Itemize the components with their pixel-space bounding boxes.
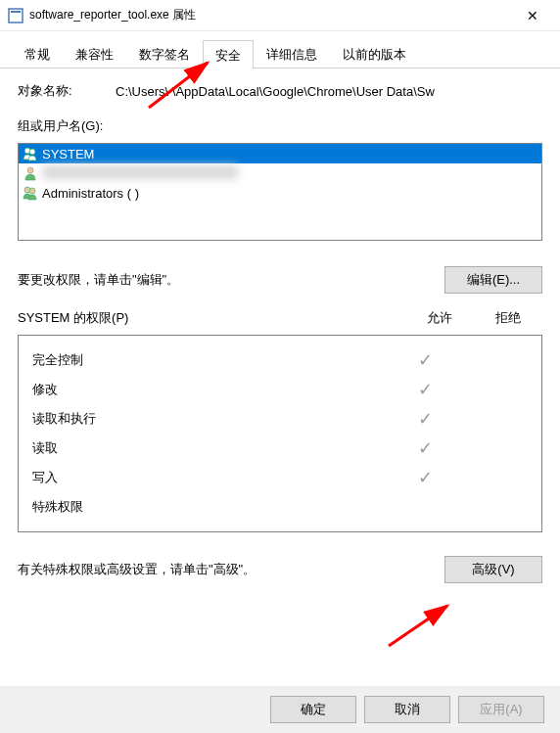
svg-line-8 — [389, 606, 447, 646]
titlebar: software_reporter_tool.exe 属性 ✕ — [0, 0, 560, 31]
list-item-label — [42, 165, 238, 182]
perm-deny-header: 拒绝 — [474, 309, 542, 327]
ok-button[interactable]: 确定 — [270, 696, 356, 723]
perm-name: 读取和执行 — [32, 410, 391, 428]
tab-signature[interactable]: 数字签名 — [126, 39, 203, 68]
perm-allow-header: 允许 — [405, 309, 474, 327]
check-allow: ✓ — [391, 349, 459, 371]
list-item[interactable]: SYSTEM — [19, 144, 541, 163]
list-item-label: SYSTEM — [42, 147, 94, 161]
perm-name: 读取 — [32, 439, 391, 457]
permissions-box: 完全控制 ✓ 修改 ✓ 读取和执行 ✓ 读取 ✓ 写入 ✓ 特殊权限 — [18, 335, 542, 532]
check-allow: ✓ — [391, 408, 459, 430]
svg-point-4 — [27, 167, 33, 173]
close-icon[interactable]: ✕ — [513, 0, 552, 31]
tab-strip: 常规 兼容性 数字签名 安全 详细信息 以前的版本 — [0, 31, 560, 69]
footer: 确定 取消 应用(A) — [0, 686, 560, 733]
check-allow: ✓ — [391, 467, 459, 488]
perm-name: 完全控制 — [32, 351, 391, 369]
perm-title: SYSTEM 的权限(P) — [18, 309, 405, 327]
content-area: 对象名称: C:\Users\ \AppData\Local\Google\Ch… — [0, 69, 560, 597]
check-allow: ✓ — [391, 379, 459, 400]
perm-name: 修改 — [32, 381, 391, 398]
list-item-label: Administrators ( ) — [42, 186, 139, 201]
tab-compatibility[interactable]: 兼容性 — [63, 39, 126, 68]
app-icon — [8, 8, 23, 23]
tab-details[interactable]: 详细信息 — [254, 39, 330, 68]
perm-row: 读取 ✓ — [21, 434, 539, 463]
edit-hint: 要更改权限，请单击"编辑"。 — [18, 271, 179, 289]
perm-row: 写入 ✓ — [21, 463, 539, 492]
list-item[interactable] — [19, 163, 541, 183]
titlebar-text: software_reporter_tool.exe 属性 — [29, 7, 513, 23]
svg-point-6 — [29, 188, 35, 194]
tab-security[interactable]: 安全 — [203, 40, 254, 69]
svg-point-3 — [29, 149, 35, 155]
user-icon — [23, 146, 38, 161]
advanced-hint: 有关特殊权限或高级设置，请单击"高级"。 — [18, 561, 256, 578]
annotation-arrow-2 — [384, 602, 462, 654]
groups-label: 组或用户名(G): — [18, 117, 542, 135]
check-allow: ✓ — [391, 437, 459, 459]
perm-row: 特殊权限 — [21, 492, 539, 522]
perm-row: 完全控制 ✓ — [21, 345, 539, 375]
advanced-button[interactable]: 高级(V) — [444, 556, 542, 583]
svg-rect-1 — [11, 11, 21, 13]
perm-row: 读取和执行 ✓ — [21, 404, 539, 434]
perm-name: 写入 — [32, 469, 391, 486]
user-icon — [23, 165, 38, 181]
cancel-button[interactable]: 取消 — [364, 696, 450, 723]
object-path: C:\Users\ \AppData\Local\Google\Chrome\U… — [116, 84, 542, 99]
object-name-label: 对象名称: — [18, 82, 116, 100]
edit-button[interactable]: 编辑(E)... — [444, 266, 542, 294]
perm-row: 修改 ✓ — [21, 375, 539, 404]
tab-general[interactable]: 常规 — [12, 39, 63, 68]
users-listbox[interactable]: SYSTEM Administrators ( ) — [18, 143, 542, 241]
list-item[interactable]: Administrators ( ) — [19, 183, 541, 203]
perm-name: 特殊权限 — [32, 498, 391, 516]
user-icon — [23, 185, 38, 201]
apply-button[interactable]: 应用(A) — [458, 696, 544, 723]
tab-previous[interactable]: 以前的版本 — [330, 39, 419, 68]
